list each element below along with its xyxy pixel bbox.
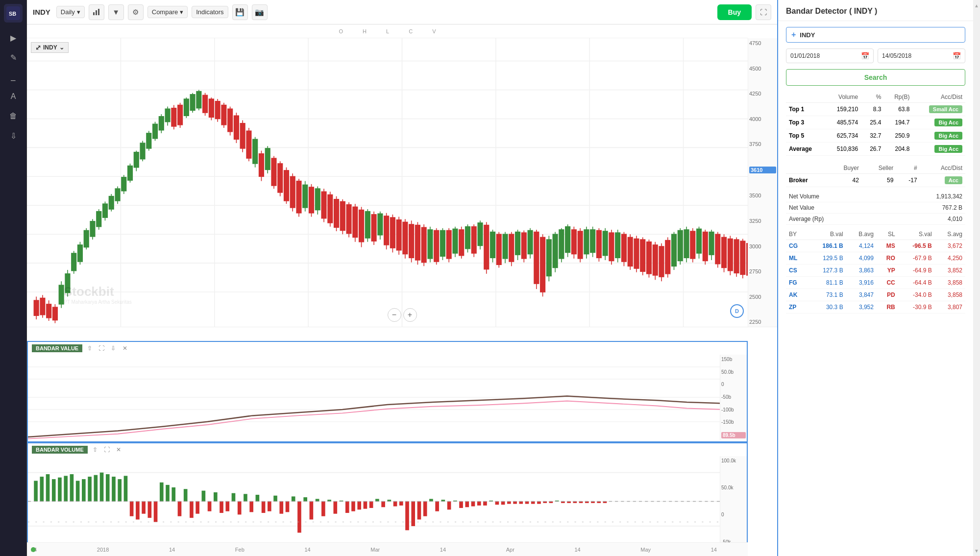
add-plus-icon: + xyxy=(791,30,796,39)
svg-rect-248 xyxy=(740,241,745,274)
svg-rect-267 xyxy=(70,474,74,502)
svg-rect-130 xyxy=(378,214,383,235)
bvol-expand-btn[interactable]: ⛶ xyxy=(102,445,111,454)
svg-rect-305 xyxy=(297,501,301,532)
settings-btn[interactable]: ⚙ xyxy=(128,4,144,20)
svg-rect-146 xyxy=(421,227,426,262)
badge-broker: Acc xyxy=(945,176,962,184)
bv-down-btn[interactable]: ⇩ xyxy=(109,344,118,353)
svg-rect-138 xyxy=(396,220,401,250)
svg-rect-190 xyxy=(559,230,564,259)
svg-rect-208 xyxy=(609,233,614,261)
svg-rect-216 xyxy=(640,240,645,271)
svg-rect-140 xyxy=(403,222,408,254)
svg-rect-60 xyxy=(153,124,158,138)
chart-type-btn[interactable] xyxy=(89,4,104,20)
scroll-up-arrow[interactable]: ▲ xyxy=(973,2,980,9)
line-tool[interactable]: ⎯ xyxy=(5,69,22,85)
svg-rect-244 xyxy=(728,239,733,271)
svg-rect-335 xyxy=(477,501,481,505)
candlestick-svg xyxy=(27,38,777,327)
top-bar: INDY Daily ▾ ▼ ⚙ Compare ▾ Indicators 💾 … xyxy=(27,0,777,24)
svg-rect-30 xyxy=(59,285,64,304)
svg-rect-236 xyxy=(690,231,695,259)
svg-rect-339 xyxy=(501,501,505,505)
svg-rect-112 xyxy=(309,187,314,213)
svg-rect-262 xyxy=(40,477,44,501)
svg-rect-174 xyxy=(528,230,533,254)
svg-rect-104 xyxy=(290,176,295,208)
svg-rect-301 xyxy=(273,495,277,501)
compare-dropdown[interactable]: Compare ▾ xyxy=(147,6,188,18)
svg-rect-108 xyxy=(303,185,308,208)
svg-rect-269 xyxy=(82,479,86,501)
chart-options-btn[interactable]: ▼ xyxy=(108,4,124,20)
bv-close-btn[interactable]: ✕ xyxy=(121,344,129,353)
delete-tool[interactable]: 🗑 xyxy=(5,108,22,124)
svg-rect-94 xyxy=(265,148,270,169)
bv-up-btn[interactable]: ⇧ xyxy=(85,344,94,353)
panel-body: + INDY 01/01/2018 📅 14/05/2018 📅 Search … xyxy=(778,21,973,319)
svg-rect-82 xyxy=(221,105,226,125)
svg-rect-303 xyxy=(286,501,290,512)
svg-rect-230 xyxy=(684,230,689,258)
svg-rect-270 xyxy=(88,477,92,501)
svg-rect-24 xyxy=(40,298,45,314)
svg-rect-162 xyxy=(459,230,464,256)
svg-rect-180 xyxy=(522,233,527,259)
add-ticker-row[interactable]: + INDY xyxy=(786,27,965,43)
indicators-btn[interactable]: Indicators xyxy=(192,6,228,18)
by-table: BY B.val B.avg SL S.val S.avg CG 186.1 B… xyxy=(786,229,965,314)
camera-btn[interactable]: 📷 xyxy=(252,4,268,20)
cursor-tool[interactable]: ▶ xyxy=(5,29,22,46)
save-btn[interactable]: 💾 xyxy=(232,4,248,20)
svg-rect-70 xyxy=(184,99,189,116)
date-row: 01/01/2018 📅 14/05/2018 📅 xyxy=(786,48,965,63)
date-from-input[interactable]: 01/01/2018 📅 xyxy=(786,48,874,63)
zoom-in-btn[interactable]: + xyxy=(403,308,417,322)
broker-row: Broker 42 59 -17 Acc xyxy=(786,174,965,187)
pencil-tool[interactable]: ✎ xyxy=(5,49,22,66)
buy-button[interactable]: Buy xyxy=(717,4,752,20)
svg-rect-32 xyxy=(65,274,70,293)
broker-table: Buyer Seller # Acc/Dist Broker 42 59 -17… xyxy=(786,163,965,187)
zoom-out-btn[interactable]: − xyxy=(388,308,401,322)
svg-rect-242 xyxy=(722,237,727,267)
svg-rect-238 xyxy=(703,232,708,261)
scroll-indicator: ▲ ▼ xyxy=(973,0,980,556)
search-button[interactable]: Search xyxy=(786,69,965,86)
scroll-down-arrow[interactable]: ▼ xyxy=(973,547,980,554)
svg-rect-200 xyxy=(590,230,595,253)
svg-rect-124 xyxy=(353,207,358,237)
bandar-value-panel: BANDAR VALUE ⇧ ⛶ ⇩ ✕ xyxy=(27,341,748,442)
svg-rect-96 xyxy=(259,154,264,177)
right-panel-header: Bandar Detector ( INDY ) xyxy=(778,0,973,21)
svg-rect-311 xyxy=(333,501,337,513)
svg-rect-246 xyxy=(734,240,739,273)
chart-ticker-expand[interactable]: ⤢ xyxy=(35,44,41,51)
svg-rect-222 xyxy=(659,246,664,277)
app-logo: SB xyxy=(4,4,23,23)
svg-rect-110 xyxy=(315,189,320,210)
svg-rect-116 xyxy=(328,195,333,223)
timeframe-dropdown[interactable]: Daily ▾ xyxy=(56,6,85,18)
text-tool[interactable]: A xyxy=(5,88,22,105)
bv-expand-btn[interactable]: ⛶ xyxy=(97,344,106,353)
date-to-input[interactable]: 14/05/2018 📅 xyxy=(878,48,965,63)
svg-rect-214 xyxy=(634,239,639,268)
svg-rect-287 xyxy=(190,501,194,518)
svg-rect-36 xyxy=(78,245,83,262)
fullscreen-btn[interactable]: ⛶ xyxy=(756,4,771,20)
stats-table: Volume % Rp(B) Acc/Dist Top 1 159,210 8.… xyxy=(786,92,965,156)
bvol-up-btn[interactable]: ⇧ xyxy=(91,445,99,454)
chart-ticker-down[interactable]: ⌄ xyxy=(59,44,64,51)
svg-rect-90 xyxy=(246,131,251,158)
svg-rect-285 xyxy=(178,501,182,516)
svg-rect-240 xyxy=(715,234,720,264)
svg-rect-271 xyxy=(94,475,98,501)
download-tool[interactable]: ⇩ xyxy=(5,127,22,144)
svg-rect-4 xyxy=(98,9,99,15)
svg-rect-56 xyxy=(140,143,145,159)
bvol-close-btn[interactable]: ✕ xyxy=(114,445,123,454)
svg-rect-26 xyxy=(47,304,51,318)
